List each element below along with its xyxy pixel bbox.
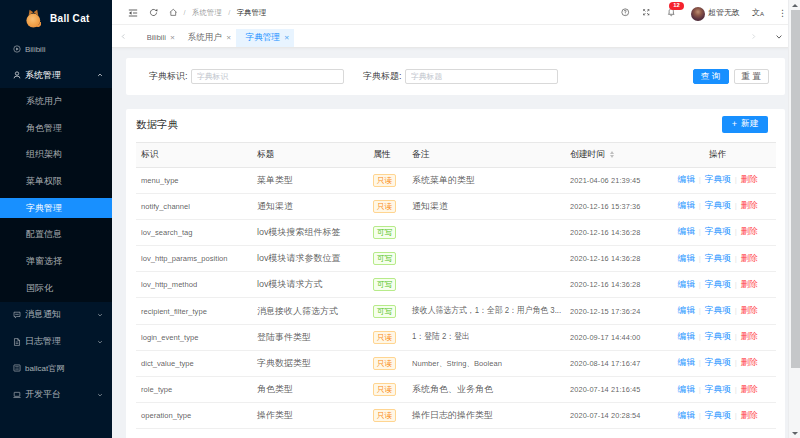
tab-close-icon[interactable]: ✕ [226, 35, 231, 42]
delete-link[interactable]: 删除 [741, 357, 758, 367]
sidebar-item-devtools[interactable]: 开发平台 [0, 382, 112, 409]
cell-attr: 只读 [368, 324, 407, 350]
tabs-scroll-left-button[interactable] [120, 25, 127, 48]
tabs-scroll-right-button[interactable] [750, 25, 757, 48]
fullscreen-button[interactable] [642, 0, 651, 25]
dict-code-input[interactable] [191, 69, 344, 84]
sidebar-item-users[interactable]: 系统用户 [0, 88, 112, 115]
tab-bilibili[interactable]: Bilibili ✕ [133, 29, 183, 48]
create-button[interactable]: +新建 [722, 116, 768, 133]
dict-items-link[interactable]: 字典项 [705, 226, 731, 236]
action-separator: | [735, 358, 737, 367]
help-button[interactable] [621, 0, 630, 25]
sidebar-item-org[interactable]: 组织架构 [0, 141, 112, 168]
notification-badge: 12 [669, 2, 684, 10]
col-created[interactable]: 创建时间 [565, 143, 665, 168]
delete-link[interactable]: 删除 [741, 226, 758, 236]
tab-system-users[interactable]: 系统用户 ✕ [183, 29, 236, 48]
more-menu-button[interactable]: ⋮ [778, 0, 787, 25]
sidebar-item-i18n[interactable]: 国际化 [0, 275, 112, 302]
tab-close-icon[interactable]: ✕ [170, 35, 175, 42]
action-separator: | [699, 201, 701, 210]
dict-items-link[interactable]: 字典项 [705, 174, 731, 184]
edit-link[interactable]: 编辑 [678, 305, 695, 315]
sidebar-item-dict[interactable]: 字典管理 [0, 198, 112, 219]
edit-link[interactable]: 编辑 [678, 331, 695, 341]
edit-link[interactable]: 编辑 [678, 253, 695, 263]
cell-code: lov_search_tag [136, 219, 252, 245]
cell-created: 2020-07-14 21:16:45 [565, 377, 665, 403]
sidebar-item-menu-perm[interactable]: 菜单权限 [0, 168, 112, 195]
reload-button[interactable] [149, 0, 158, 25]
menu-fold-button[interactable] [128, 0, 138, 25]
dict-items-link[interactable]: 字典项 [705, 410, 731, 420]
delete-link[interactable]: 删除 [741, 410, 758, 420]
delete-link[interactable]: 删除 [741, 305, 758, 315]
sidebar-item-lov[interactable]: 弹窗选择 [0, 248, 112, 275]
home-icon[interactable] [169, 0, 178, 25]
dict-items-link[interactable]: 字典项 [705, 253, 731, 263]
sidebar-item-config[interactable]: 配置信息 [0, 221, 112, 248]
dict-items-link[interactable]: 字典项 [705, 384, 731, 394]
sidebar-item-roles[interactable]: 角色管理 [0, 115, 112, 142]
edit-link[interactable]: 编辑 [678, 279, 695, 289]
query-button[interactable]: 查 询 [693, 69, 729, 84]
sidebar-item-logs[interactable]: 日志管理 [0, 328, 112, 355]
attr-tag: 可写 [373, 226, 396, 239]
edit-link[interactable]: 编辑 [678, 410, 695, 420]
scrollbar-down-icon[interactable] [792, 432, 798, 435]
breadcrumb-item[interactable]: 系统管理 [192, 8, 222, 18]
edit-link[interactable]: 编辑 [678, 357, 695, 367]
page-scrollbar[interactable] [788, 0, 800, 438]
table-row: login_event_type 登陆事件类型 只读 1：登陆 2：登出 202… [136, 324, 776, 350]
action-separator: | [735, 201, 737, 210]
card-title: 数据字典 [136, 109, 178, 140]
sidebar-item-notify[interactable]: 消息通知 [0, 302, 112, 329]
tabs-menu-button[interactable] [775, 25, 783, 48]
sidebar-item-website[interactable]: ballcat官网 [0, 355, 112, 382]
dict-items-link[interactable]: 字典项 [705, 357, 731, 367]
brand[interactable]: Ball Cat [0, 0, 112, 36]
delete-link[interactable]: 删除 [741, 384, 758, 394]
cell-actions: 编辑|字典项|删除 [665, 246, 776, 272]
delete-link[interactable]: 删除 [741, 253, 758, 263]
delete-link[interactable]: 删除 [741, 200, 758, 210]
reset-button[interactable]: 重 置 [734, 69, 769, 84]
avatar[interactable] [691, 7, 705, 21]
cell-remark: 系统菜单的类型 [407, 167, 565, 193]
sidebar-item-label: 菜单权限 [26, 175, 62, 188]
delete-link[interactable]: 删除 [741, 174, 758, 184]
scrollbar-up-icon[interactable] [792, 4, 798, 7]
user-name[interactable]: 超管无敌 [708, 0, 740, 25]
edit-link[interactable]: 编辑 [678, 226, 695, 236]
laptop-icon [13, 391, 21, 399]
action-separator: | [699, 175, 701, 184]
delete-link[interactable]: 删除 [741, 279, 758, 289]
sidebar-item-bilibili[interactable]: Bilibili [0, 36, 112, 62]
plus-icon: + [732, 120, 737, 129]
cell-title: 消息接收人筛选方式 [252, 298, 368, 324]
attr-tag: 只读 [373, 383, 396, 396]
reload-icon [149, 8, 158, 17]
dict-title-input[interactable] [405, 69, 558, 84]
cell-created: 2020-12-16 14:36:28 [565, 219, 665, 245]
dict-items-link[interactable]: 字典项 [705, 305, 731, 315]
edit-link[interactable]: 编辑 [678, 174, 695, 184]
dict-items-link[interactable]: 字典项 [705, 279, 731, 289]
scrollbar-thumb[interactable] [791, 10, 800, 368]
tab-close-icon[interactable]: ✕ [284, 35, 289, 42]
dict-items-link[interactable]: 字典项 [705, 200, 731, 210]
sorter-icon[interactable] [610, 151, 614, 158]
dict-items-link[interactable]: 字典项 [705, 331, 731, 341]
cell-code: operation_type [136, 403, 252, 429]
cell-attr: 只读 [368, 350, 407, 376]
cell-code: menu_type [136, 167, 252, 193]
translate-button[interactable]: 文A [752, 0, 764, 25]
cell-remark: 接收人筛选方式，1：全部 2：用户角色 3... [407, 298, 565, 324]
edit-link[interactable]: 编辑 [678, 200, 695, 210]
delete-link[interactable]: 删除 [741, 331, 758, 341]
tab-dict-manage[interactable]: 字典管理 ✕ [236, 29, 294, 48]
edit-link[interactable]: 编辑 [678, 384, 695, 394]
sidebar-item-system-group[interactable]: 系统管理 [0, 62, 112, 88]
cell-remark [407, 219, 565, 245]
